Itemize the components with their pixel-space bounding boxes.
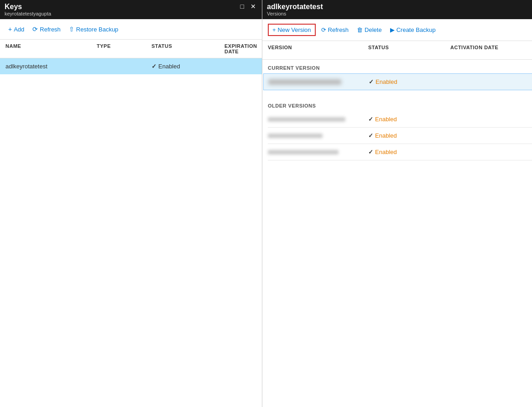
left-title-bar: Keys keyrotatetestyagupta □ ✕ — [0, 0, 262, 19]
left-table-header: NAME TYPE STATUS EXPIRATION DATE — [0, 40, 262, 58]
left-panel-subtitle: keyrotatetestyagupta — [5, 11, 51, 16]
left-toolbar: + Add ⟳ Refresh ⇧ Restore Backup — [0, 19, 262, 40]
right-title-info: adlkeyrotatetest Versions — [267, 3, 323, 16]
restore-backup-button[interactable]: ⇧ Restore Backup — [66, 24, 121, 35]
add-icon: + — [8, 26, 12, 33]
left-title-info: Keys keyrotatetestyagupta — [5, 3, 51, 16]
current-version-status: ✓ Enabled — [369, 78, 451, 85]
col-name: NAME — [5, 43, 97, 54]
left-minimize-button[interactable]: □ — [239, 3, 245, 10]
older-version-row-3[interactable]: ✓ Enabled — [268, 144, 532, 160]
right-panel-title: adlkeyrotatetest — [267, 3, 323, 11]
new-version-icon: + — [272, 26, 276, 33]
older-status-check-icon-2: ✓ — [368, 132, 373, 139]
older-version-status-2: ✓ Enabled — [368, 132, 450, 139]
current-version-row[interactable]: ✓ Enabled — [263, 73, 532, 90]
older-version-status-1: ✓ Enabled — [368, 116, 450, 123]
left-panel: Keys keyrotatetestyagupta □ ✕ + Add ⟳ Re… — [0, 0, 262, 407]
left-refresh-button[interactable]: ⟳ Refresh — [30, 24, 63, 35]
left-panel-title: Keys — [5, 3, 51, 11]
right-refresh-icon: ⟳ — [321, 26, 326, 33]
right-panel-subtitle: Versions — [267, 11, 323, 16]
col-type: TYPE — [97, 43, 151, 54]
older-version-row-1[interactable]: ✓ Enabled — [268, 111, 532, 128]
create-backup-icon: ▶ — [390, 26, 395, 33]
left-window-controls: □ ✕ — [239, 3, 257, 10]
older-version-id-3 — [268, 150, 339, 155]
delete-icon: 🗑 — [357, 26, 363, 33]
app-container: Keys keyrotatetestyagupta □ ✕ + Add ⟳ Re… — [0, 0, 532, 407]
older-version-row-2[interactable]: ✓ Enabled — [268, 128, 532, 144]
older-version-id-1 — [268, 117, 345, 122]
col-expiration: EXPIRATION DATE — [224, 43, 257, 54]
older-status-check-icon-3: ✓ — [368, 149, 373, 155]
left-table-body: adlkeyrotatetest ✓ Enabled — [0, 58, 262, 407]
older-status-check-icon-1: ✓ — [368, 116, 373, 123]
current-version-label: CURRENT VERSION — [268, 60, 532, 73]
left-close-button[interactable]: ✕ — [249, 3, 257, 10]
col-version: VERSION — [268, 45, 368, 56]
right-table-body: CURRENT VERSION ✓ Enabled OLDER VERSIONS… — [262, 60, 532, 407]
right-title-bar: adlkeyrotatetest Versions □ ✕ — [262, 0, 532, 19]
older-version-status-3: ✓ Enabled — [368, 149, 450, 155]
older-versions-label: OLDER VERSIONS — [268, 98, 532, 111]
older-version-id-2 — [268, 134, 323, 138]
table-row[interactable]: adlkeyrotatetest ✓ Enabled — [0, 58, 262, 74]
left-refresh-icon: ⟳ — [32, 26, 38, 33]
status-check-icon: ✓ — [151, 63, 156, 70]
col-status: STATUS — [151, 43, 224, 54]
add-button[interactable]: + Add — [5, 24, 27, 35]
right-table-header: VERSION STATUS ACTIVATION DATE EXPIRATIO… — [262, 41, 532, 60]
right-panel: adlkeyrotatetest Versions □ ✕ + New Vers… — [262, 0, 532, 407]
key-status: ✓ Enabled — [151, 63, 224, 70]
right-toolbar: + New Version ⟳ Refresh 🗑 Delete ▶ Creat… — [262, 19, 532, 41]
col-activation-date: ACTIVATION DATE — [450, 45, 532, 56]
col-status: STATUS — [368, 45, 450, 56]
restore-backup-icon: ⇧ — [69, 26, 74, 33]
current-status-check-icon: ✓ — [369, 78, 374, 85]
new-version-button[interactable]: + New Version — [268, 24, 316, 36]
delete-button[interactable]: 🗑 Delete — [354, 25, 385, 35]
create-backup-button[interactable]: ▶ Create Backup — [387, 25, 438, 35]
key-name: adlkeyrotatetest — [5, 63, 97, 70]
right-refresh-button[interactable]: ⟳ Refresh — [318, 25, 352, 35]
current-version-id — [268, 79, 341, 85]
